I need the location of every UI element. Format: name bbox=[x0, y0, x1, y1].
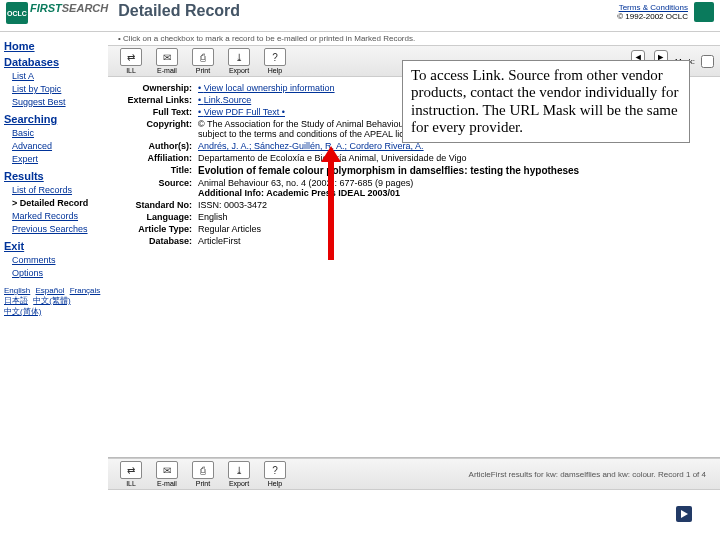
linksource-link[interactable]: Link.Source bbox=[198, 95, 251, 105]
ill-icon: ⇄ bbox=[120, 48, 142, 66]
sidebar-item-list-records[interactable]: List of Records bbox=[12, 184, 104, 197]
help-icon: ? bbox=[264, 48, 286, 66]
sidebar-item-marked[interactable]: Marked Records bbox=[12, 210, 104, 223]
sidebar-item-expert[interactable]: Expert bbox=[12, 153, 104, 166]
play-button[interactable] bbox=[676, 506, 692, 522]
lang-zh-s[interactable]: 中文(简体) bbox=[4, 307, 41, 316]
nav-results[interactable]: Results bbox=[4, 170, 104, 182]
logo: OCLC FIRSTSEARCH bbox=[6, 2, 108, 24]
print-button[interactable]: ⎙Print bbox=[186, 48, 220, 74]
logo-text-search: SEARCH bbox=[62, 2, 108, 14]
help-button[interactable]: ?Help bbox=[258, 48, 292, 74]
nav-searching[interactable]: Searching bbox=[4, 113, 104, 125]
email-icon: ✉ bbox=[156, 48, 178, 66]
sidebar-item-list-topic[interactable]: List by Topic bbox=[12, 83, 104, 96]
nav-home[interactable]: Home bbox=[4, 40, 104, 52]
print-button-bottom[interactable]: ⎙Print bbox=[186, 461, 220, 487]
email-icon: ✉ bbox=[156, 461, 178, 479]
terms-link[interactable]: Terms & Conditions bbox=[617, 3, 688, 12]
oclc-logo-icon bbox=[694, 2, 714, 22]
ill-button[interactable]: ⇄ILL bbox=[114, 48, 148, 74]
export-button[interactable]: ⤓Export bbox=[222, 48, 256, 74]
page-title: Detailed Record bbox=[118, 2, 240, 20]
copyright-label: Copyright: bbox=[118, 119, 198, 129]
source-value: Animal Behaviour 63, no. 4 (2002): 677-6… bbox=[198, 178, 413, 188]
authors-label: Author(s): bbox=[118, 141, 198, 151]
language-switcher: English Español Français 日本語 中文(繁體) 中文(简… bbox=[4, 286, 104, 317]
lang-zh-t[interactable]: 中文(繁體) bbox=[33, 296, 70, 305]
title-value: Evolution of female colour polymorphism … bbox=[198, 165, 710, 176]
print-icon: ⎙ bbox=[192, 461, 214, 479]
instruction-callout: To access Link. Source from other vendor… bbox=[402, 60, 690, 143]
print-icon: ⎙ bbox=[192, 48, 214, 66]
arttype-value: Regular Articles bbox=[198, 224, 710, 234]
lang-es[interactable]: Español bbox=[35, 286, 64, 295]
logo-mark: OCLC bbox=[6, 2, 28, 24]
stdno-label: Standard No: bbox=[118, 200, 198, 210]
stdno-value: ISSN: 0003-3472 bbox=[198, 200, 710, 210]
nav-exit[interactable]: Exit bbox=[4, 240, 104, 252]
export-icon: ⤓ bbox=[228, 461, 250, 479]
pdf-fulltext-link[interactable]: View PDF Full Text • bbox=[198, 107, 285, 117]
fulltext-label: Full Text: bbox=[118, 107, 198, 117]
lang-en[interactable]: English bbox=[4, 286, 30, 295]
sidebar-item-list-a[interactable]: List A bbox=[12, 70, 104, 83]
source-label: Source: bbox=[118, 178, 198, 188]
title-label: Title: bbox=[118, 165, 198, 175]
sidebar-item-detailed-record[interactable]: > Detailed Record bbox=[12, 197, 104, 210]
database-label: Database: bbox=[118, 236, 198, 246]
affiliation-value: Departamento de Ecoloxía e Bioloxía Anim… bbox=[198, 153, 710, 163]
arrow-annotation-icon bbox=[328, 160, 334, 260]
logo-text-first: FIRST bbox=[30, 2, 62, 14]
export-icon: ⤓ bbox=[228, 48, 250, 66]
help-icon: ? bbox=[264, 461, 286, 479]
nav-databases[interactable]: Databases bbox=[4, 56, 104, 68]
lang-ja[interactable]: 日本語 bbox=[4, 296, 28, 305]
results-status: ArticleFirst results for kw: damselflies… bbox=[461, 466, 714, 483]
hint-text: Click on a checkbox to mark a record to … bbox=[108, 32, 720, 45]
language-label: Language: bbox=[118, 212, 198, 222]
sidebar-item-basic[interactable]: Basic bbox=[12, 127, 104, 140]
toolbar-bottom: ⇄ILL ✉E-mail ⎙Print ⤓Export ?Help Articl… bbox=[108, 458, 720, 490]
copyright-text: © 1992-2002 OCLC bbox=[617, 12, 688, 21]
authors-value[interactable]: Andrés, J. A.; Sánchez-Guillén, R. A.; C… bbox=[198, 141, 424, 151]
mark-checkbox[interactable] bbox=[701, 55, 714, 68]
arttype-label: Article Type: bbox=[118, 224, 198, 234]
addinfo-value: Additional Info: Academic Press IDEAL 20… bbox=[198, 188, 400, 198]
email-button-bottom[interactable]: ✉E-mail bbox=[150, 461, 184, 487]
sidebar-item-advanced[interactable]: Advanced bbox=[12, 140, 104, 153]
ill-button-bottom[interactable]: ⇄ILL bbox=[114, 461, 148, 487]
help-button-bottom[interactable]: ?Help bbox=[258, 461, 292, 487]
sidebar-item-previous[interactable]: Previous Searches bbox=[12, 223, 104, 236]
sidebar: Home Databases List A List by Topic Sugg… bbox=[0, 32, 108, 540]
ownership-link[interactable]: View local ownership information bbox=[198, 83, 335, 93]
sidebar-item-comments[interactable]: Comments bbox=[12, 254, 104, 267]
ill-icon: ⇄ bbox=[120, 461, 142, 479]
ownership-label: Ownership: bbox=[118, 83, 198, 93]
sidebar-item-options[interactable]: Options bbox=[12, 267, 104, 280]
language-value: English bbox=[198, 212, 710, 222]
lang-fr[interactable]: Français bbox=[70, 286, 101, 295]
affiliation-label: Affiliation: bbox=[118, 153, 198, 163]
email-button[interactable]: ✉E-mail bbox=[150, 48, 184, 74]
sidebar-item-suggest[interactable]: Suggest Best bbox=[12, 96, 104, 109]
export-button-bottom[interactable]: ⤓Export bbox=[222, 461, 256, 487]
extlinks-label: External Links: bbox=[118, 95, 198, 105]
database-value: ArticleFirst bbox=[198, 236, 710, 246]
